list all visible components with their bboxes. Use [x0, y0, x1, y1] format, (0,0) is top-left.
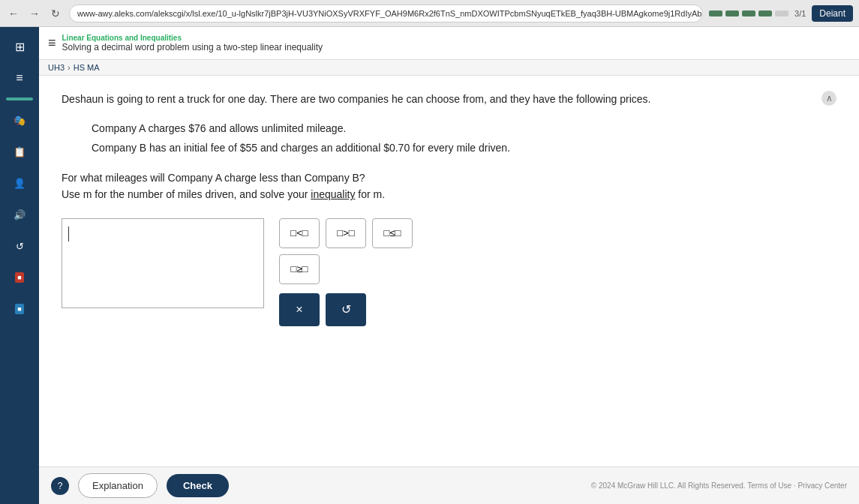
question-text: For what mileages will Company A charge … [62, 170, 814, 203]
main-area: ≡ Linear Equations and Inequalities Solv… [39, 27, 859, 504]
op-less-than[interactable]: □<□ [279, 218, 320, 248]
answer-cursor [68, 226, 69, 242]
browser-bar: ← → ↻ www-awy.aleks.com/alekscgi/x/lsl.e… [0, 0, 859, 27]
topic-title: Solving a decimal word problem using a t… [62, 42, 850, 52]
content-area: Deshaun is going to rent a truck for one… [39, 76, 859, 466]
left-sidebar: ⊞ ≡ 🎭 📋 👤 🔊 ↺ ■ ■ [0, 27, 39, 504]
clear-button[interactable]: × [279, 293, 320, 326]
sidebar-icon-grid[interactable]: ⊞ [6, 33, 33, 60]
topic-subtitle: Linear Equations and Inequalities [62, 34, 850, 42]
reload-button[interactable]: ↻ [48, 6, 63, 21]
company-a-text: Company A charges $76 and allows unlimit… [92, 119, 814, 138]
blue-icon: ■ [15, 304, 23, 314]
sidebar-icon-red[interactable]: ■ [6, 264, 33, 291]
sidebar-icon-menu[interactable]: ≡ [6, 64, 33, 92]
progress-seg-3 [742, 10, 755, 16]
hamburger-button[interactable]: ≡ [48, 35, 56, 51]
back-button[interactable]: ← [6, 6, 21, 21]
deian-button[interactable]: Deiant [812, 5, 853, 22]
breadcrumb: UH3 › HS MA [39, 60, 859, 76]
progress-bar: 3/1 [709, 9, 806, 18]
url-text: www-awy.aleks.com/alekscgi/x/lsl.exe/10_… [77, 9, 701, 18]
operator-panel: □<□ □>□ □≤□ □≥ [279, 218, 413, 326]
op-greater-than[interactable]: □>□ [326, 218, 366, 248]
url-bar[interactable]: www-awy.aleks.com/alekscgi/x/lsl.exe/10_… [69, 4, 703, 22]
progress-seg-2 [725, 10, 739, 16]
explanation-button[interactable]: Explanation [78, 473, 158, 498]
expand-icon[interactable]: ∧ [821, 91, 836, 106]
check-button[interactable]: Check [167, 474, 229, 497]
app-container: ⊞ ≡ 🎭 📋 👤 🔊 ↺ ■ ■ ≡ Linear Equations and… [0, 27, 859, 504]
answer-input-box[interactable] [62, 218, 264, 308]
problem-intro: Deshaun is going to rent a truck for one… [62, 91, 814, 107]
top-nav: ≡ Linear Equations and Inequalities Solv… [39, 27, 859, 60]
question-line2: Use m for the number of miles driven, an… [62, 186, 814, 202]
sidebar-icon-2[interactable]: 📋 [6, 138, 33, 165]
question-line1: For what mileages will Company A charge … [62, 170, 814, 186]
question-icon[interactable]: ? [51, 477, 69, 495]
operator-row-2: □≥□ [279, 254, 413, 284]
progress-seg-1 [709, 10, 722, 16]
footer-text: © 2024 McGraw Hill LLC. All Rights Reser… [238, 482, 847, 490]
company-b-text: Company B has an initial fee of $55 and … [92, 139, 814, 158]
breadcrumb-home[interactable]: UH3 [48, 63, 65, 72]
op-greater-equal[interactable]: □≥□ [279, 254, 320, 284]
red-icon: ■ [15, 272, 23, 283]
sidebar-icon-blue[interactable]: ■ [6, 296, 33, 322]
op-less-equal[interactable]: □≤□ [372, 218, 413, 248]
breadcrumb-section[interactable]: HS MA [74, 63, 100, 72]
inequality-link[interactable]: inequality [311, 188, 355, 200]
forward-button[interactable]: → [27, 6, 42, 21]
progress-seg-5 [775, 10, 788, 16]
sidebar-icon-4[interactable]: 🔊 [6, 201, 33, 228]
operator-row-1: □<□ □>□ □≤□ [279, 218, 413, 248]
bottom-bar: ? Explanation Check © 2024 McGraw Hill L… [39, 466, 859, 504]
sidebar-icon-3[interactable]: 👤 [6, 170, 33, 196]
company-info: Company A charges $76 and allows unlimit… [92, 119, 814, 157]
sidebar-icon-1[interactable]: 🎭 [6, 106, 33, 134]
progress-label: 3/1 [794, 9, 806, 18]
undo-button[interactable]: ↺ [326, 293, 366, 326]
action-row: × ↺ [279, 293, 413, 326]
topic-info: Linear Equations and Inequalities Solvin… [62, 34, 850, 52]
sidebar-icon-5[interactable]: ↺ [6, 232, 33, 260]
progress-seg-4 [758, 10, 772, 16]
answer-row: □<□ □>□ □≤□ □≥ [62, 218, 814, 326]
breadcrumb-sep: › [68, 63, 71, 72]
